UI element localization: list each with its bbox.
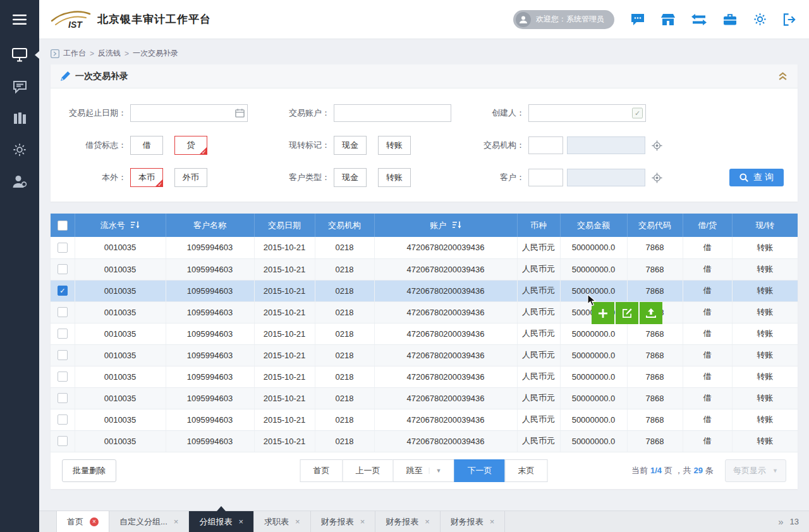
table-row[interactable]: 001003510959946032015-10-210218472067802…: [51, 323, 798, 344]
user-welcome-pill[interactable]: 欢迎您：系统管理员: [513, 10, 614, 29]
next-page-button[interactable]: 下一页: [454, 459, 505, 482]
col-header-amount[interactable]: 交易金额: [560, 214, 627, 237]
sidebar-item-workbench[interactable]: [0, 39, 39, 71]
tab-job-table[interactable]: 求职表 ×: [254, 511, 311, 532]
col-header-org[interactable]: 交易机构: [315, 214, 374, 237]
per-page-select[interactable]: 每页显示 ▼: [725, 459, 786, 482]
account-input[interactable]: [334, 104, 451, 122]
table-row[interactable]: 001003510959946032015-10-210218472067802…: [51, 258, 798, 280]
table-cell: 转账: [732, 366, 798, 387]
col-header-loanflag[interactable]: 借/贷: [683, 214, 732, 237]
col-header-currency[interactable]: 币种: [517, 214, 560, 237]
col-header-customer[interactable]: 客户名称: [166, 214, 254, 237]
date-range-input[interactable]: [130, 104, 248, 122]
tabs-overflow-button[interactable]: » 13: [768, 511, 809, 532]
creator-check-icon[interactable]: ✓: [632, 108, 643, 119]
cash-mark-option-cash[interactable]: 现金: [334, 136, 367, 155]
table-cell: 0218: [315, 258, 374, 280]
tab-close-icon[interactable]: ×: [295, 517, 300, 526]
org-target-button[interactable]: [652, 140, 662, 151]
topbar: IST 北京银丰审计工作平台 欢迎您：系统管理员: [39, 0, 809, 39]
tab-custom-group[interactable]: 自定义分组... ×: [109, 511, 189, 532]
first-page-button[interactable]: 首页: [300, 459, 343, 482]
sidebar-item-messages[interactable]: [0, 71, 39, 102]
col-header-account[interactable]: 账户: [374, 214, 517, 237]
sidebar-item-library[interactable]: [0, 102, 39, 134]
loan-option-debit[interactable]: 借: [130, 136, 163, 155]
currency-option-foreign[interactable]: 外币: [174, 168, 207, 187]
table-row[interactable]: 001003510959946032015-10-210218472067802…: [51, 409, 798, 430]
loan-option-credit[interactable]: 贷: [174, 136, 207, 155]
last-page-button[interactable]: 末页: [504, 459, 547, 482]
table-row[interactable]: 001003510959946032015-10-210218472067802…: [51, 366, 798, 387]
table-row[interactable]: 001003510959946032015-10-210218472067802…: [51, 301, 798, 323]
batch-delete-button[interactable]: 批量删除: [62, 459, 116, 482]
search-button[interactable]: 查 询: [729, 169, 784, 186]
col-header-serial[interactable]: 流水号: [75, 214, 166, 237]
jump-to-select[interactable]: 跳至 ▼: [393, 459, 455, 482]
store-button[interactable]: [661, 13, 675, 26]
edit-row-button[interactable]: [616, 302, 638, 324]
customer-target-button[interactable]: [652, 172, 662, 183]
row-checkbox[interactable]: [58, 243, 68, 253]
tab-close-icon[interactable]: ×: [425, 517, 430, 526]
table-cell: 转账: [732, 323, 798, 344]
row-checkbox[interactable]: [58, 372, 68, 382]
breadcrumb-item-workbench[interactable]: 工作台: [63, 48, 86, 59]
row-checkbox-cell: [51, 409, 75, 430]
currency-option-local[interactable]: 本币: [130, 168, 163, 187]
row-checkbox[interactable]: [58, 393, 68, 403]
sidebar-item-user-admin[interactable]: [0, 166, 39, 197]
chat-button[interactable]: [631, 13, 645, 26]
prev-page-button[interactable]: 上一页: [343, 459, 394, 482]
col-header-cashflag[interactable]: 现/转: [732, 214, 798, 237]
tab-close-icon[interactable]: ×: [174, 517, 179, 526]
briefcase-button[interactable]: [723, 13, 737, 26]
sort-icon[interactable]: [131, 221, 140, 229]
tab-home[interactable]: 首页 ×: [57, 511, 109, 532]
table-row[interactable]: 001003510959946032015-10-210218472067802…: [51, 237, 798, 258]
upload-row-button[interactable]: [640, 302, 662, 324]
tab-close-icon[interactable]: ×: [360, 517, 365, 526]
row-checkbox[interactable]: [58, 350, 68, 360]
row-checkbox[interactable]: [58, 264, 68, 274]
creator-input[interactable]: [528, 104, 646, 122]
settings-button[interactable]: [753, 13, 767, 26]
tab-finance-report-1[interactable]: 财务报表 ×: [311, 511, 376, 532]
collapse-panel-button[interactable]: [778, 72, 788, 80]
row-checkbox[interactable]: ✓: [58, 286, 68, 296]
breadcrumb-item-aml[interactable]: 反洗钱: [98, 48, 121, 59]
table-row[interactable]: 001003510959946032015-10-210218472067802…: [51, 387, 798, 409]
add-row-button[interactable]: [592, 302, 614, 324]
tab-close-icon[interactable]: ×: [90, 517, 99, 526]
row-checkbox[interactable]: [58, 414, 68, 425]
row-checkbox[interactable]: [58, 307, 68, 317]
customer-type-option-transfer[interactable]: 转账: [378, 168, 411, 187]
customer-code-input[interactable]: [528, 169, 563, 186]
col-header-code[interactable]: 交易代码: [627, 214, 683, 237]
tab-finance-report-2[interactable]: 财务报表 ×: [375, 511, 441, 532]
table-row[interactable]: 001003510959946032015-10-210218472067802…: [51, 430, 798, 452]
page-info-prefix: 当前: [631, 465, 648, 476]
menu-toggle-button[interactable]: [0, 0, 39, 39]
customer-type-option-cash[interactable]: 现金: [334, 168, 367, 187]
org-code-input[interactable]: [528, 136, 563, 154]
row-checkbox[interactable]: [58, 329, 68, 339]
table-cell: 人民币元: [517, 344, 560, 366]
select-all-checkbox[interactable]: [58, 221, 68, 231]
row-checkbox[interactable]: [58, 436, 68, 446]
cash-mark-option-transfer[interactable]: 转账: [378, 136, 411, 155]
table-row[interactable]: 001003510959946032015-10-210218472067802…: [51, 344, 798, 366]
sidebar-item-settings[interactable]: [0, 134, 39, 166]
tab-finance-report-3[interactable]: 财务报表 ×: [441, 511, 506, 532]
tab-close-icon[interactable]: ×: [238, 517, 243, 526]
transfer-button[interactable]: [691, 14, 707, 25]
col-header-date[interactable]: 交易日期: [254, 214, 315, 237]
monitor-icon: [12, 48, 27, 62]
calendar-icon[interactable]: [235, 109, 245, 118]
logout-button[interactable]: [783, 13, 796, 26]
table-row[interactable]: ✓001003510959946032015-10-21021847206780…: [51, 280, 798, 301]
sort-icon[interactable]: [453, 221, 461, 229]
tab-close-icon[interactable]: ×: [490, 517, 495, 526]
tab-group-report[interactable]: 分组报表 ×: [189, 511, 254, 532]
